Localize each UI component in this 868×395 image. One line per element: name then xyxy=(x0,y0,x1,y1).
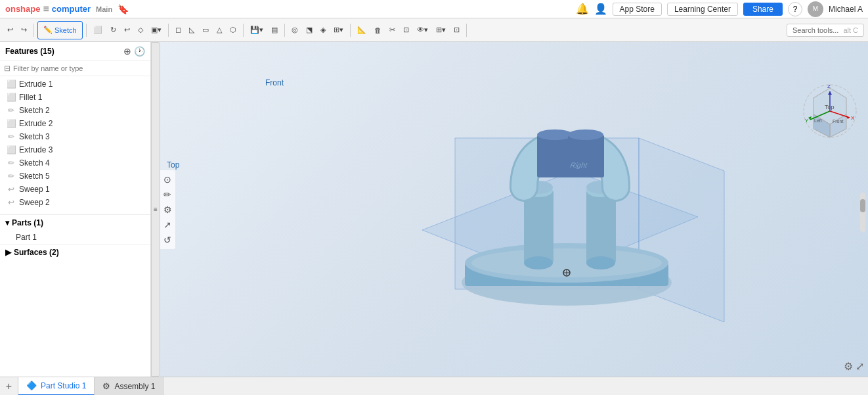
rotate-icon[interactable]: ↺ xyxy=(162,233,174,246)
undo-button[interactable]: ↩ xyxy=(4,21,16,39)
panel-collapse-button[interactable]: ≡ xyxy=(151,42,160,377)
tab-part-studio-1[interactable]: 🔷 Part Studio 1 xyxy=(18,377,95,396)
draft-button[interactable]: △ xyxy=(213,21,225,39)
svg-text:Front: Front xyxy=(833,119,843,124)
svg-point-9 xyxy=(524,256,553,269)
tab-assembly-1[interactable]: ⚙ Assembly 1 xyxy=(95,377,163,396)
arrow-icon[interactable]: ↗ xyxy=(162,218,174,231)
sketch-button[interactable]: ✏️ Sketch xyxy=(37,21,83,39)
construction-button[interactable]: ⬜ xyxy=(90,21,106,39)
transform-button[interactable]: ⬔ xyxy=(303,21,316,39)
svg-point-15 xyxy=(586,256,615,269)
toolbar-separator-1 xyxy=(33,24,34,37)
sweep2-icon: ↩ xyxy=(7,198,16,207)
menu-icon[interactable]: ≡ xyxy=(43,3,49,15)
viewport[interactable]: Front Top ⊙ ✏ ⚙ ↗ ↺ xyxy=(160,42,868,377)
mate-button[interactable]: ◈ xyxy=(317,21,329,39)
user-avatar[interactable]: M xyxy=(808,1,823,17)
feature-item-fillet1[interactable]: ⬜ Fillet 1 xyxy=(0,91,150,104)
search-tools-label: Search tools... xyxy=(792,26,838,34)
view-dropdown[interactable]: 👁▾ xyxy=(414,21,431,39)
expand-icon[interactable]: ⤢ xyxy=(856,360,864,373)
sweep2-label: Sweep 2 xyxy=(19,198,50,207)
filter-input[interactable] xyxy=(13,64,146,72)
settings2-icon[interactable]: ⚙ xyxy=(844,360,853,373)
sketch2-icon: ✏ xyxy=(7,106,16,115)
svg-text:Z: Z xyxy=(827,83,831,89)
3d-model: Right xyxy=(370,85,731,361)
sweep1-icon: ↩ xyxy=(7,185,16,194)
svg-text:Y: Y xyxy=(805,118,809,124)
sketch-label: Sketch xyxy=(54,26,77,34)
tab-part-studio-label: Part Studio 1 xyxy=(41,381,86,390)
history-icon[interactable]: 🕐 xyxy=(134,46,145,57)
feature-item-sketch5[interactable]: ✏ Sketch 5 xyxy=(0,170,150,183)
share-button[interactable]: Share xyxy=(743,3,783,16)
parts-label: Parts (1) xyxy=(12,218,43,227)
pattern-dropdown[interactable]: ⊞▾ xyxy=(330,21,347,39)
bottom-tabs: + 🔷 Part Studio 1 ⚙ Assembly 1 xyxy=(0,377,868,395)
save-button[interactable]: 💾▾ xyxy=(247,21,267,39)
user-name: Michael A xyxy=(829,5,863,14)
topbar: onshape ≡ computer Main 🔖 🔔 👤 App Store … xyxy=(0,0,868,18)
section-dropdown[interactable]: ⊞▾ xyxy=(433,21,449,39)
feature-item-extrude2[interactable]: ⬜ Extrude 2 xyxy=(0,117,150,130)
svg-rect-17 xyxy=(568,135,604,177)
parts-section: ▾ Parts (1) Part 1 xyxy=(0,214,150,244)
rib-button[interactable]: ⬡ xyxy=(227,21,240,39)
measure-button[interactable]: 📐 xyxy=(354,21,370,39)
pencil2-icon[interactable]: ✏ xyxy=(162,188,174,201)
offset-button[interactable]: ⊡ xyxy=(400,21,412,39)
appstore-button[interactable]: App Store xyxy=(613,3,662,16)
viewport-scrollbar[interactable] xyxy=(860,193,865,232)
toolbar-separator-4 xyxy=(243,24,244,37)
feature-item-sweep2[interactable]: ↩ Sweep 2 xyxy=(0,196,150,209)
sketch3-label: Sketch 3 xyxy=(19,132,50,141)
collapse-icon: ≡ xyxy=(154,206,158,213)
search-shortcut: alt C xyxy=(843,26,858,34)
feature-item-extrude1[interactable]: ⬜ Extrude 1 xyxy=(0,78,150,91)
zoom-fit-button[interactable]: ⊡ xyxy=(450,21,463,39)
feature-item-extrude3[interactable]: ⬜ Extrude 3 xyxy=(0,143,150,156)
help-button[interactable]: ? xyxy=(788,2,802,16)
redo-button[interactable]: ↪ xyxy=(18,21,30,39)
add-feature-icon[interactable]: ⊕ xyxy=(123,46,131,57)
delete-button[interactable]: 🗑 xyxy=(371,21,385,39)
learning-center-button[interactable]: Learning Center xyxy=(667,3,738,16)
svg-point-12 xyxy=(537,129,573,140)
fillet-button[interactable]: ◻ xyxy=(172,21,184,39)
view-cube[interactable]: Top Front Left X Z Y xyxy=(797,81,863,141)
parts-header[interactable]: ▾ Parts (1) xyxy=(0,215,150,231)
split-button[interactable]: ✂ xyxy=(386,21,399,39)
main-tab-label: Main xyxy=(96,5,112,13)
feature-item-sketch3[interactable]: ✏ Sketch 3 xyxy=(0,130,150,143)
chamfer-button[interactable]: ◺ xyxy=(186,21,198,39)
toolbar-separator-3 xyxy=(168,24,169,37)
bell-icon[interactable]: 👤 xyxy=(594,3,607,15)
sketch4-label: Sketch 4 xyxy=(19,158,50,168)
boolean-button[interactable]: ◎ xyxy=(288,21,301,39)
tab-assembly-label: Assembly 1 xyxy=(114,382,155,391)
sweep-button[interactable]: ↩ xyxy=(121,21,133,39)
mouse-icon[interactable]: ⊙ xyxy=(162,173,174,186)
gear-icon[interactable]: ⚙ xyxy=(162,203,174,216)
feature-item-sweep1[interactable]: ↩ Sweep 1 xyxy=(0,183,150,196)
feature-item-sketch4[interactable]: ✏ Sketch 4 xyxy=(0,156,150,170)
toolbar-separator-2 xyxy=(86,24,87,37)
toolbar: ↩ ↪ ✏️ Sketch ⬜ ↻ ↩ ◇ ▣▾ ◻ ◺ ▭ △ ⬡ 💾▾ ▤ … xyxy=(0,18,868,42)
bookmark-icon[interactable]: 🔖 xyxy=(118,4,129,14)
revolve-button[interactable]: ↻ xyxy=(107,21,119,39)
mass-prop-button[interactable]: ▤ xyxy=(268,21,281,39)
features-header: Features (15) ⊕ 🕐 xyxy=(0,42,150,61)
add-tab-button[interactable]: + xyxy=(0,377,18,396)
shell-button[interactable]: ▭ xyxy=(199,21,212,39)
search-tools-input[interactable]: Search tools... alt C xyxy=(787,24,864,37)
part1-item[interactable]: Part 1 xyxy=(0,231,150,244)
extrude3-icon: ⬜ xyxy=(7,145,16,154)
loft-button[interactable]: ◇ xyxy=(135,21,146,39)
surfaces-header[interactable]: ▶ Surfaces (2) xyxy=(0,244,150,260)
notifications-icon[interactable]: 🔔 xyxy=(576,3,589,15)
feature-item-sketch2[interactable]: ✏ Sketch 2 xyxy=(0,104,150,117)
svg-rect-13 xyxy=(586,191,616,263)
extrude-dropdown[interactable]: ▣▾ xyxy=(148,21,165,39)
